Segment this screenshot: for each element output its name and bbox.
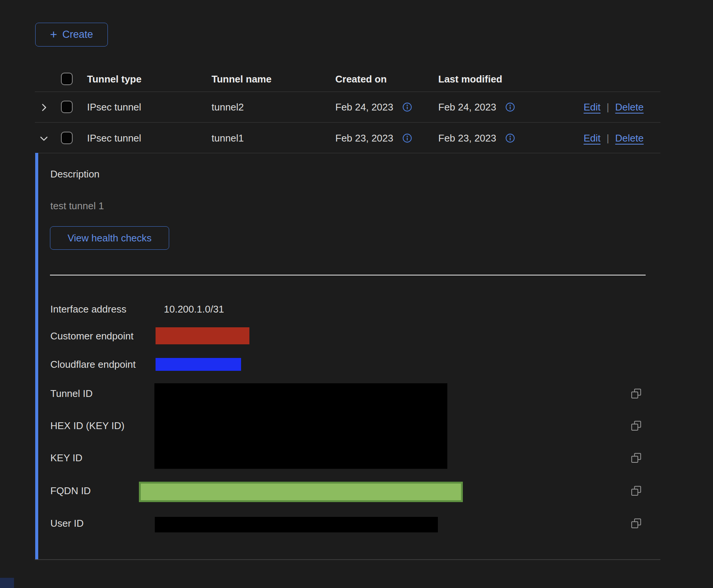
cloudflare-endpoint-label: Cloudflare endpoint (50, 358, 136, 370)
copy-icon[interactable] (630, 485, 642, 496)
copy-icon[interactable] (630, 420, 642, 431)
column-header-tunnel-name: Tunnel name (212, 73, 271, 85)
plus-icon: + (50, 28, 57, 40)
info-icon[interactable] (505, 133, 515, 143)
created-on-cell: Feb 24, 2023 (335, 101, 393, 113)
copy-icon[interactable] (630, 518, 642, 529)
tunnel-type-cell: IPsec tunnel (87, 132, 141, 144)
row-checkbox[interactable] (61, 132, 73, 144)
user-id-label: User ID (50, 517, 84, 529)
delete-link[interactable]: Delete (615, 132, 644, 144)
edit-link[interactable]: Edit (584, 101, 601, 113)
tunnel-id-label: Tunnel ID (50, 387, 93, 400)
row-checkbox[interactable] (61, 101, 73, 113)
info-icon[interactable] (505, 102, 515, 112)
fqdn-id-label: FQDN ID (50, 485, 91, 497)
header-divider (35, 92, 660, 92)
create-button-label: Create (62, 29, 93, 40)
delete-link[interactable]: Delete (615, 101, 644, 113)
fqdn-id-redacted-value (139, 482, 463, 502)
interface-address-label: Interface address (50, 303, 126, 315)
key-id-label: KEY ID (50, 452, 83, 464)
hex-id-label: HEX ID (KEY ID) (50, 420, 125, 432)
column-header-last-modified: Last modified (438, 73, 502, 85)
copy-icon[interactable] (630, 452, 642, 464)
view-health-checks-label: View health checks (67, 232, 151, 244)
create-button[interactable]: + Create (35, 23, 108, 47)
column-header-created-on: Created on (335, 73, 387, 85)
panel-bottom-divider (35, 559, 660, 560)
view-health-checks-button[interactable]: View health checks (50, 226, 169, 250)
section-divider (50, 275, 646, 275)
select-all-checkbox[interactable] (61, 73, 73, 85)
column-header-tunnel-type: Tunnel type (87, 73, 142, 85)
ids-redacted-block (154, 383, 447, 469)
actions-separator: | (607, 132, 609, 144)
row-divider (35, 153, 660, 153)
tunnel-name-cell: tunnel2 (212, 101, 244, 113)
info-icon[interactable] (402, 133, 412, 143)
copy-icon[interactable] (630, 388, 642, 399)
chevron-right-icon[interactable] (39, 102, 49, 113)
customer-endpoint-label: Customer endpoint (50, 330, 134, 342)
description-value: test tunnel 1 (50, 200, 104, 212)
customer-endpoint-redacted-value (156, 327, 249, 344)
cloudflare-endpoint-redacted-value (156, 358, 241, 371)
last-modified-cell: Feb 23, 2023 (438, 132, 496, 144)
row-divider (35, 122, 660, 123)
tunnel-name-cell: tunnel1 (212, 132, 244, 144)
edit-link[interactable]: Edit (584, 132, 601, 144)
tunnels-page: + Create Tunnel type Tunnel name Created… (0, 0, 713, 588)
created-on-cell: Feb 23, 2023 (335, 132, 393, 144)
chevron-down-icon[interactable] (39, 133, 49, 144)
info-icon[interactable] (402, 102, 412, 112)
description-label: Description (50, 168, 100, 180)
tunnel-type-cell: IPsec tunnel (87, 101, 141, 113)
user-id-redacted-value (155, 517, 438, 532)
actions-separator: | (607, 101, 609, 113)
last-modified-cell: Feb 24, 2023 (438, 101, 496, 113)
interface-address-value: 10.200.1.0/31 (164, 303, 224, 315)
bottom-left-accent (0, 578, 14, 588)
expanded-row-accent-bar (35, 153, 38, 559)
